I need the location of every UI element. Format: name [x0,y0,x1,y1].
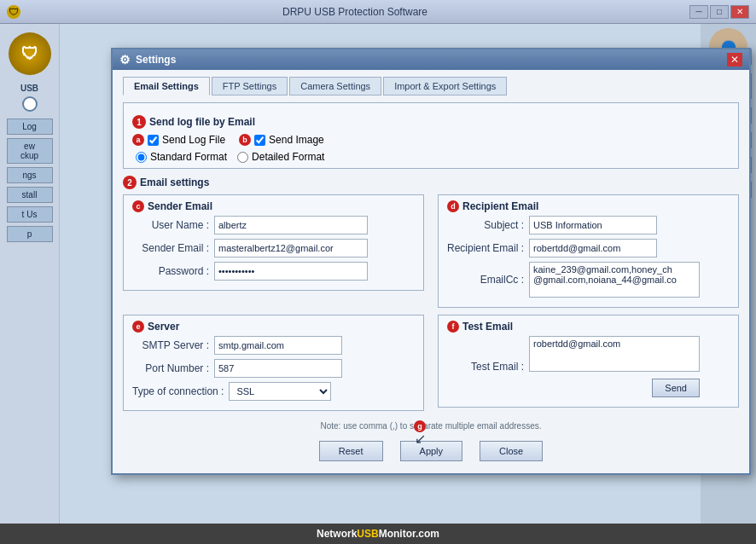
username-row: User Name : [132,216,415,234]
connection-select[interactable]: SSL TLS None [229,382,331,401]
send-image-checkbox[interactable] [254,135,265,146]
sender-email-row: Sender Email : [132,239,415,258]
section1-label: Send log file by Email [149,116,255,128]
section2-label: Email settings [140,177,209,188]
username-label: User Name : [132,219,209,231]
recipient-label: d Recipient Email [447,200,730,212]
smtp-input[interactable] [214,336,342,355]
maximize-button[interactable]: □ [710,5,729,19]
test-email-right: robertdd@gmail.com Send [529,336,700,397]
app-icon: 🛡 [7,5,20,19]
password-row: Password : [132,262,415,281]
bottom-bar: Network USB Monitor.com [0,524,756,544]
smtp-label: SMTP Server : [132,339,209,351]
circle-d: d [447,200,459,212]
test-email-label: f Test Email [447,321,730,333]
sidebar-about-button[interactable]: t Us [7,206,53,223]
subject-input[interactable] [529,216,657,234]
subject-row: Subject : [447,216,730,234]
sidebar-radio[interactable] [22,96,38,112]
section2-header: 2 Email settings [123,176,739,189]
sender-email-label: Sender Email : [132,242,209,254]
dialog-title-text: Settings [136,54,176,66]
content-area: 🛡 USB Log ewckup ngs stall t Us p tions … [0,24,756,544]
bottom-usb: USB [357,528,378,540]
window-close-button[interactable]: ✕ [730,5,749,19]
test-email-row: Test Email : robertdd@gmail.com Send [447,336,730,397]
standard-format-label: Standard Format [150,151,227,163]
port-input[interactable] [214,359,342,378]
emailcc-textarea[interactable]: kaine_239@gmail.com,honey_ch @gmail.com,… [529,262,700,298]
sidebar-install-button[interactable]: stall [7,187,53,203]
dialog-body: Email Settings FTP Settings Camera Setti… [113,70,749,473]
footer-buttons: g ↙ Reset Apply Close [123,434,739,465]
send-image-check-item: b Send Image [239,134,324,146]
apply-button[interactable]: Apply [400,441,463,461]
server-test-columns: e Server SMTP Server : Port Number : [123,315,739,418]
tab-camera-settings[interactable]: Camera Settings [289,77,381,95]
sidebar-backup-button[interactable]: ewckup [7,138,53,164]
window-title: DRPU USB Protection Software [20,6,689,18]
server-title: Server [148,321,179,333]
send-button[interactable]: Send [652,379,700,397]
standard-format-radio[interactable] [136,152,147,163]
dialog-title-left: ⚙ Settings [119,53,176,67]
password-input[interactable] [214,262,368,281]
port-label: Port Number : [132,362,209,374]
test-email-title: Test Email [462,321,513,333]
emailcc-row: EmailCc : kaine_239@gmail.com,honey_ch @… [447,262,730,298]
password-label: Password : [132,265,209,277]
dialog-close-button[interactable]: ✕ [727,53,742,67]
window-controls: ─ □ ✕ [689,5,749,19]
title-bar-left: 🛡 [7,5,20,19]
test-email-section-box: f Test Email Test Email : robertdd@gmail… [438,315,739,408]
subject-label: Subject : [447,219,524,231]
dialog-icon: ⚙ [119,53,131,67]
tab-bar: Email Settings FTP Settings Camera Setti… [123,77,739,95]
dialog-title-bar: ⚙ Settings ✕ [113,49,749,70]
sender-label: c Sender Email [132,200,415,212]
sidebar-settings-button[interactable]: ngs [7,167,53,183]
section1-number: 1 [132,115,146,129]
server-column: e Server SMTP Server : Port Number : [123,315,424,418]
emailcc-label: EmailCc : [447,274,524,286]
check-row: a Send Log File b Send Image [132,134,730,146]
tab-ftp-settings[interactable]: FTP Settings [212,77,288,95]
section-send-log: 1 Send log file by Email a Send Log File… [123,102,739,169]
detailed-format-radio[interactable] [237,152,248,163]
bottom-monitor: Monitor.com [379,528,439,540]
test-email-label-text: Test Email : [447,361,524,373]
port-row: Port Number : [132,359,415,378]
recipient-column: d Recipient Email Subject : Recipient Em… [438,194,739,315]
recipient-email-input[interactable] [529,239,657,258]
section2-number: 2 [123,176,137,189]
tab-email-settings[interactable]: Email Settings [123,77,210,95]
tab-import-export-settings[interactable]: Import & Export Settings [383,77,507,95]
connection-label: Type of connection : [132,385,224,397]
apply-indicator: g ↙ [414,420,426,447]
smtp-row: SMTP Server : [132,336,415,355]
reset-button[interactable]: Reset [319,441,383,461]
sender-title: Sender Email [148,200,212,212]
username-input[interactable] [214,216,368,234]
sidebar-log-button[interactable]: Log [7,119,53,135]
send-log-checkbox[interactable] [148,135,159,146]
sender-email-input[interactable] [214,239,368,258]
standard-format-item: Standard Format [136,151,227,163]
send-image-label: Send Image [269,134,324,146]
sender-section-box: c Sender Email User Name : Sender Email … [123,194,424,291]
server-section-box: e Server SMTP Server : Port Number : [123,315,424,411]
sidebar: 🛡 USB Log ewckup ngs stall t Us p [0,24,60,544]
close-button[interactable]: Close [480,441,543,461]
test-email-textarea[interactable]: robertdd@gmail.com [529,336,700,372]
note-text: Note: use comma (,) to separate multiple… [123,421,739,431]
circle-b: b [239,134,251,146]
recipient-title: Recipient Email [462,200,538,212]
main-window: 🛡 DRPU USB Protection Software ─ □ ✕ 🛡 U… [0,0,756,544]
recipient-section-box: d Recipient Email Subject : Recipient Em… [438,194,739,308]
minimize-button[interactable]: ─ [689,5,708,19]
title-bar: 🛡 DRPU USB Protection Software ─ □ ✕ [0,0,756,24]
sender-column: c Sender Email User Name : Sender Email … [123,194,424,315]
sidebar-extra-button[interactable]: p [7,226,53,242]
format-radio-row: Standard Format Detailed Format [136,151,730,163]
